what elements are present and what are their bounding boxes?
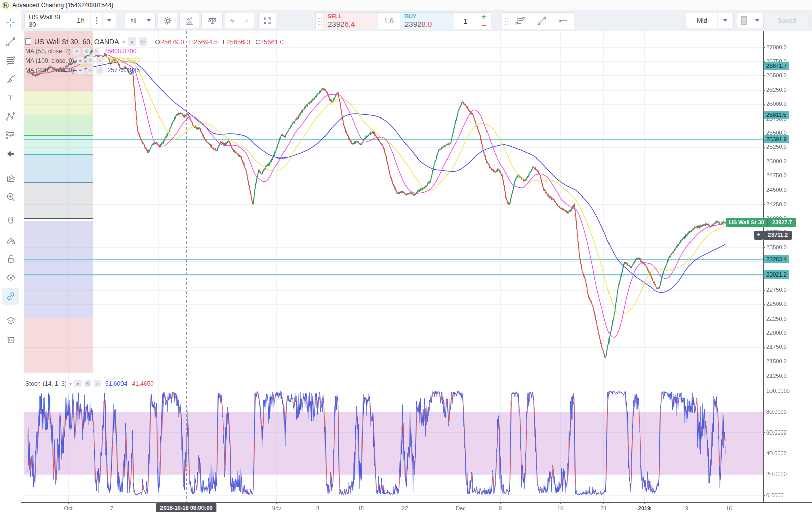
- time-tick-label: Dec: [456, 505, 466, 511]
- stoch-visibility-icon[interactable]: ●: [74, 380, 82, 387]
- compare-button[interactable]: [202, 13, 222, 28]
- xabcd-pattern-icon: [5, 111, 16, 122]
- tool-zoom-in-button[interactable]: [2, 188, 19, 206]
- chart-style-button[interactable]: [125, 13, 142, 28]
- sell-button[interactable]: SELL 23926.4: [323, 13, 377, 29]
- color-swatch-button[interactable]: [737, 13, 751, 28]
- saved-button[interactable]: Saved: [763, 13, 810, 28]
- ma50-settings-icon[interactable]: ⚙: [83, 48, 90, 55]
- horizontal-line-tool-icon: [557, 15, 569, 26]
- forecast-icon: [5, 130, 16, 141]
- redo-button[interactable]: [239, 13, 254, 28]
- interval-dropdown-button[interactable]: [103, 13, 116, 28]
- collapse-toolbar-button[interactable]: [2, 145, 19, 163]
- undo-button[interactable]: [225, 13, 239, 28]
- trend-line-tool-icon: [536, 15, 547, 26]
- magnet-mode-button[interactable]: [2, 213, 19, 230]
- stoch-remove-icon[interactable]: ×: [94, 380, 101, 387]
- price-level-badge: 26671.7: [764, 62, 789, 70]
- main-series-legend: US Wall St 30, 60, OANDA ▾ ● ⚙ O25679.0 …: [25, 37, 284, 46]
- indicators-button[interactable]: [180, 13, 199, 28]
- quantity-increase-button[interactable]: +: [477, 13, 491, 21]
- chart-settings-button[interactable]: [158, 13, 177, 28]
- ma50-visibility-icon[interactable]: ●: [73, 48, 80, 55]
- fib-retracement-icon: [5, 55, 16, 66]
- arrow-left-icon: [5, 148, 16, 160]
- collapse-legend-icon[interactable]: [25, 38, 31, 45]
- tool-bar-replay-button[interactable]: [2, 170, 19, 187]
- stay-in-drawing-mode-button[interactable]: [2, 231, 19, 249]
- symbol-button[interactable]: US Wall St 30: [25, 13, 71, 28]
- sync-drawings-button[interactable]: [2, 288, 19, 305]
- tool-text-button[interactable]: T: [2, 89, 19, 106]
- stoch-k-value: 51.6094: [105, 380, 127, 387]
- price-mode-dropdown-button[interactable]: [718, 13, 733, 28]
- fullscreen-button[interactable]: [259, 13, 276, 28]
- chevron-down-icon[interactable]: ▾: [69, 381, 72, 387]
- horizontal-line-tool-button[interactable]: [552, 13, 574, 29]
- price-level-badge: 23283.4: [764, 255, 789, 263]
- ma200-settings-icon[interactable]: ⚙: [87, 67, 94, 74]
- lock-all-drawings-button[interactable]: [2, 250, 19, 267]
- chevron-down-icon[interactable]: ▾: [123, 39, 125, 45]
- drag-handle-icon[interactable]: [316, 13, 323, 29]
- remove-drawings-button[interactable]: [2, 331, 19, 348]
- crosshair-time-badge: 2018-10-18 08:00:00: [156, 503, 216, 512]
- chart-canvas[interactable]: [21, 31, 812, 513]
- stoch-label[interactable]: Stoch (14, 1, 3): [25, 380, 67, 387]
- price-tick-label: 26000.0: [766, 101, 787, 107]
- tool-brush-button[interactable]: [2, 70, 19, 88]
- drag-handle-icon[interactable]: [502, 13, 510, 29]
- fib-lines-tool-button[interactable]: [510, 13, 531, 29]
- quantity-decrease-button[interactable]: −: [477, 21, 491, 29]
- sidebar-separator: [4, 167, 17, 167]
- settings-group: [158, 13, 177, 28]
- undo-redo-group: [225, 13, 254, 28]
- ma50-label[interactable]: MA (50, close, 0): [25, 48, 71, 55]
- hide-all-drawings-button[interactable]: [2, 269, 19, 286]
- add-alert-plus-button[interactable]: +: [754, 231, 763, 240]
- open-value: O25679.0: [155, 38, 184, 46]
- time-tick-label: 8: [316, 505, 319, 511]
- series-title[interactable]: US Wall St 30, 60, OANDA: [34, 37, 119, 46]
- ma100-legend-row: MA (100, close, 0) ● ⚙ × 25443.7660: [25, 57, 140, 64]
- ma100-settings-icon[interactable]: ⚙: [87, 57, 94, 64]
- object-tree-button[interactable]: [2, 312, 19, 329]
- buy-price: 23928.0: [404, 20, 450, 28]
- buy-button[interactable]: BUY 23928.0: [400, 13, 454, 29]
- ma50-remove-icon[interactable]: ×: [93, 48, 100, 55]
- tool-forecast-button[interactable]: [2, 127, 19, 144]
- candlestick-style-icon: [129, 16, 138, 26]
- interval-button-label: 1h: [77, 17, 84, 24]
- price-mode-button[interactable]: Mid: [686, 13, 718, 28]
- tool-xabcd-pattern-button[interactable]: [2, 108, 19, 125]
- lock-open-icon: [5, 253, 16, 264]
- series-settings-icon[interactable]: ⚙: [139, 37, 147, 46]
- interval-menu-button[interactable]: [91, 13, 103, 28]
- price-tick-label: 22250.0: [766, 315, 787, 322]
- chart-style-dropdown-button[interactable]: [142, 13, 155, 28]
- ma200-label[interactable]: MA (200, close, 0): [25, 67, 74, 74]
- stoch-settings-icon[interactable]: ⚙: [84, 380, 91, 387]
- ma100-label[interactable]: MA (100, close, 0): [25, 57, 74, 64]
- dropdown-caret-icon: [755, 19, 759, 22]
- color-swatch-dropdown-button[interactable]: [751, 13, 763, 28]
- low-value: L25656.3: [223, 38, 250, 46]
- tool-fib-retracement-button[interactable]: [2, 52, 19, 69]
- ma100-remove-icon[interactable]: ×: [96, 57, 103, 64]
- undo-icon: [229, 16, 235, 26]
- ma200-visibility-icon[interactable]: ●: [77, 67, 84, 74]
- fullscreen-icon: [263, 16, 272, 26]
- series-visibility-icon[interactable]: ●: [128, 37, 136, 46]
- ma200-legend-row: MA (200, close, 0) ● ⚙ × 25773.1985: [25, 67, 140, 74]
- tool-trend-line-button[interactable]: [2, 33, 19, 50]
- time-tick-label: 22: [402, 505, 408, 511]
- stoch-tick-label: 0.0000: [766, 492, 784, 499]
- sell-price: 23926.4: [328, 20, 373, 28]
- ma200-remove-icon[interactable]: ×: [96, 67, 103, 74]
- quantity-field[interactable]: 1: [454, 13, 477, 29]
- ma100-visibility-icon[interactable]: ●: [77, 57, 84, 64]
- interval-button[interactable]: 1h: [71, 13, 91, 28]
- trend-line-tool-button[interactable]: [531, 13, 552, 29]
- tool-crosshair-button[interactable]: [2, 14, 19, 31]
